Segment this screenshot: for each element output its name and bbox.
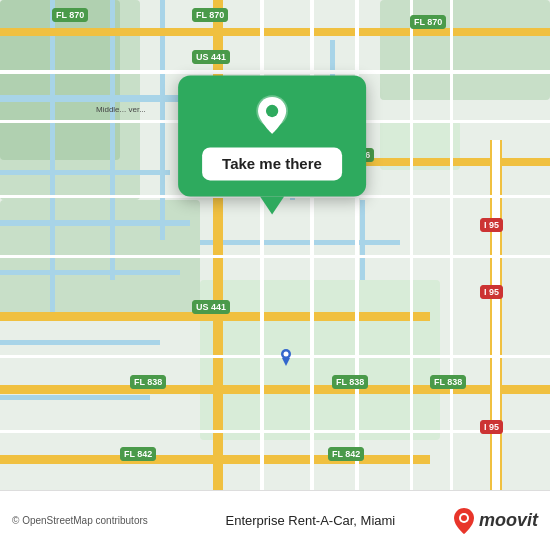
minor-h4 bbox=[0, 255, 550, 258]
moovit-pin-icon bbox=[453, 507, 475, 535]
i95-road-inner bbox=[492, 140, 500, 490]
moovit-text: moovit bbox=[479, 510, 538, 531]
fl870-label-3: FL 870 bbox=[410, 15, 446, 29]
canal-v1 bbox=[50, 0, 55, 320]
popup-card: Take me there bbox=[178, 75, 366, 196]
middletown-label: Middle... ver... bbox=[96, 105, 146, 114]
fl838-label-3: FL 838 bbox=[430, 375, 466, 389]
canal-h2 bbox=[0, 170, 170, 175]
i95-label-3: I 95 bbox=[480, 420, 503, 434]
us441-label-2: US 441 bbox=[192, 300, 230, 314]
map-attribution: © OpenStreetMap contributors bbox=[12, 515, 148, 526]
canal-h6 bbox=[0, 395, 150, 400]
fl838-label-1: FL 838 bbox=[130, 375, 166, 389]
park-area-4 bbox=[380, 0, 550, 100]
us441-label-1: US 441 bbox=[192, 50, 230, 64]
map-view[interactable]: FL 870 FL 870 FL 870 US 441 FL 816 US 44… bbox=[0, 0, 550, 490]
svg-point-2 bbox=[284, 352, 289, 357]
minor-v1 bbox=[260, 0, 264, 490]
minor-v4 bbox=[410, 0, 413, 490]
canal-v2 bbox=[110, 0, 115, 280]
svg-point-5 bbox=[266, 105, 278, 117]
minor-h6 bbox=[0, 430, 550, 433]
fl870-road bbox=[0, 28, 550, 36]
canal-h5 bbox=[0, 340, 160, 345]
canal-h7 bbox=[200, 240, 400, 245]
popup-tail bbox=[260, 196, 284, 214]
i95-label-2: I 95 bbox=[480, 285, 503, 299]
park-area-3 bbox=[200, 280, 440, 440]
fl842-label-2: FL 842 bbox=[328, 447, 364, 461]
minor-h5 bbox=[0, 355, 550, 358]
fl838-label-2: FL 838 bbox=[332, 375, 368, 389]
canal-h4 bbox=[0, 270, 180, 275]
minor-v2 bbox=[310, 0, 314, 490]
canal-h1 bbox=[0, 95, 200, 102]
park-area-2 bbox=[0, 200, 200, 320]
svg-point-7 bbox=[461, 515, 467, 521]
i95-label-1: I 95 bbox=[480, 218, 503, 232]
minor-v3 bbox=[355, 0, 359, 490]
minor-h1 bbox=[0, 70, 550, 74]
svg-marker-1 bbox=[282, 358, 290, 366]
fl870-label-2: FL 870 bbox=[192, 8, 228, 22]
park-area-dark bbox=[0, 0, 120, 160]
minor-v5 bbox=[450, 0, 453, 490]
location-info: Enterprise Rent-A-Car, Miami bbox=[148, 513, 453, 528]
fl842-label-1: FL 842 bbox=[120, 447, 156, 461]
take-me-there-button[interactable]: Take me there bbox=[202, 147, 342, 180]
small-marker bbox=[280, 348, 292, 366]
fl870-label-1: FL 870 bbox=[52, 8, 88, 22]
bottom-bar: © OpenStreetMap contributors Enterprise … bbox=[0, 490, 550, 550]
location-pin-icon bbox=[250, 93, 294, 137]
fl838-road bbox=[0, 385, 550, 394]
moovit-logo: moovit bbox=[453, 507, 538, 535]
